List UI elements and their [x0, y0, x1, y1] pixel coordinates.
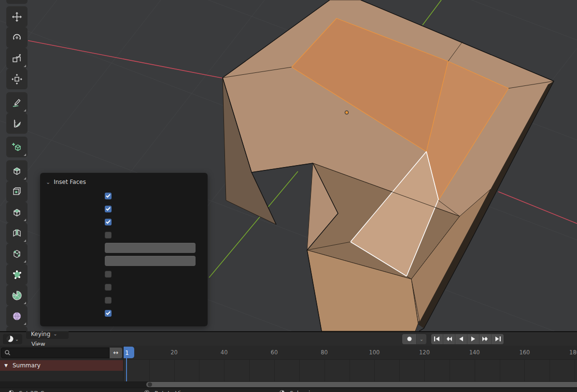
checkbox-interpolate[interactable]: [105, 310, 112, 317]
operator-panel-title: Inset Faces: [54, 179, 86, 185]
checkbox-outset[interactable]: [105, 271, 112, 278]
ruler-tick-label: 20: [170, 349, 178, 356]
panel-row: [40, 267, 208, 280]
mouse-right-icon: [280, 390, 285, 392]
rotate-tool[interactable]: [6, 27, 28, 48]
subtool-corner-icon: [24, 177, 26, 180]
channel-filter-button[interactable]: ↔: [110, 348, 122, 358]
chevron-down-icon: ⌄: [46, 179, 50, 185]
chevron-down-icon: ⌄: [420, 336, 423, 342]
loop-cut-tool[interactable]: [6, 223, 28, 243]
panel-row: [40, 189, 208, 202]
frame-ruler[interactable]: 20406080100120140160180: [124, 346, 577, 360]
auto-keying-record-button[interactable]: [402, 334, 416, 344]
panel-row: [40, 294, 208, 307]
jump-to-end-button[interactable]: [492, 334, 504, 344]
extrude-region-tool[interactable]: [6, 160, 28, 181]
status-hint-label: Rotate View: [155, 390, 189, 392]
keyframe-area[interactable]: 20406080100120140160180 1: [124, 346, 577, 381]
measure-icon: [12, 118, 22, 129]
thickness-slider[interactable]: [105, 243, 196, 253]
ruler-tick-label: 180: [569, 349, 577, 356]
measure-tool[interactable]: [6, 113, 28, 134]
object-origin-dot: [345, 111, 349, 114]
bevel-icon: [12, 207, 22, 218]
panel-row: [40, 241, 208, 254]
x-axis-red-right: [498, 192, 577, 224]
inset-faces-tool[interactable]: [6, 181, 28, 202]
panel-row: [40, 280, 208, 294]
select-tool[interactable]: [6, 0, 28, 4]
play-button[interactable]: [467, 334, 479, 344]
move-tool[interactable]: [6, 6, 28, 27]
channel-search-input[interactable]: [1, 348, 110, 358]
prev-key-icon: [446, 336, 452, 342]
play-reverse-button[interactable]: [455, 334, 467, 344]
expand-triangle-icon: ▼: [4, 363, 8, 368]
checkbox-edge-rail[interactable]: [105, 232, 112, 238]
auto-keying-options-button[interactable]: ⌄: [416, 334, 426, 344]
spin-tool[interactable]: [6, 285, 28, 306]
next-keyframe-button[interactable]: [479, 334, 492, 344]
subtool-corner-icon: [24, 109, 26, 112]
play-icon: [470, 336, 477, 342]
ruler-tick-label: 60: [271, 349, 278, 356]
blender-window: ⌄ Inset Faces: [0, 0, 577, 392]
ruler-tick-label: 160: [519, 349, 530, 356]
panel-row: [40, 254, 208, 267]
channel-region: ↔ ▼ Summary: [0, 346, 124, 381]
jump-to-start-button[interactable]: [431, 334, 443, 344]
status-hint-label: Set 3D Cursor: [19, 390, 59, 392]
checkbox-select-outer[interactable]: [105, 284, 112, 291]
ruler-tick-label: 120: [419, 349, 430, 356]
inset-icon: [12, 186, 22, 197]
smooth-tool[interactable]: [6, 306, 28, 326]
x-axis-red-left: [28, 41, 223, 78]
depth-slider[interactable]: [105, 256, 196, 266]
checkbox-boundary[interactable]: [105, 193, 112, 199]
annotate-tool[interactable]: [6, 92, 28, 113]
play-rev-icon: [458, 336, 464, 342]
checkbox-individual[interactable]: [105, 297, 112, 304]
operator-panel: ⌄ Inset Faces: [40, 173, 208, 326]
mouse-middle-icon: [144, 390, 150, 392]
jump-end-icon: [494, 336, 501, 342]
prev-keyframe-button[interactable]: [443, 334, 455, 344]
randomize-tool[interactable]: [6, 326, 28, 331]
ruler-tick-label: 40: [221, 349, 228, 356]
add-cube-tool[interactable]: [6, 137, 28, 157]
y-axis-green-top: [422, 0, 441, 25]
jump-start-icon: [434, 336, 440, 342]
status-hint-label: Seleccionar: [290, 390, 323, 392]
subtool-corner-icon: [24, 65, 26, 67]
summary-channel[interactable]: ▼ Summary: [0, 360, 123, 371]
subtool-corner-icon: [24, 219, 26, 221]
knife-icon: [12, 249, 22, 259]
spin-icon: [12, 290, 22, 301]
scrollbar-knob[interactable]: [148, 382, 152, 387]
next-key-icon: [482, 336, 489, 342]
status-hint-right-mouse: Seleccionar: [280, 388, 323, 392]
editor-type-button[interactable]: ⌄: [3, 334, 22, 344]
checkbox-offset-even[interactable]: [105, 206, 112, 212]
annotate-icon: [12, 98, 22, 108]
bevel-tool[interactable]: [6, 202, 28, 223]
summary-channel-label: Summary: [13, 362, 41, 369]
current-frame-badge[interactable]: 1: [124, 347, 134, 358]
3d-viewport[interactable]: ⌄ Inset Faces: [0, 0, 577, 331]
status-hint-middle-mouse: Rotate View: [144, 388, 189, 392]
operator-panel-header[interactable]: ⌄ Inset Faces: [40, 177, 208, 189]
transform-tool[interactable]: [6, 69, 28, 89]
playback-controls: [431, 334, 504, 344]
edited-mesh[interactable]: [223, 0, 554, 331]
timeline-scrollbar[interactable]: [146, 382, 577, 387]
record-dot-icon: [407, 336, 412, 342]
subtool-corner-icon: [24, 154, 26, 156]
poly-build-tool[interactable]: [6, 264, 28, 285]
timeline-scroll-row: [0, 381, 577, 388]
subtool-corner-icon: [24, 302, 26, 304]
smooth-icon: [12, 311, 22, 322]
checkbox-offset-relative[interactable]: [105, 219, 112, 225]
knife-tool[interactable]: [6, 243, 28, 264]
scale-tool[interactable]: [6, 48, 28, 69]
